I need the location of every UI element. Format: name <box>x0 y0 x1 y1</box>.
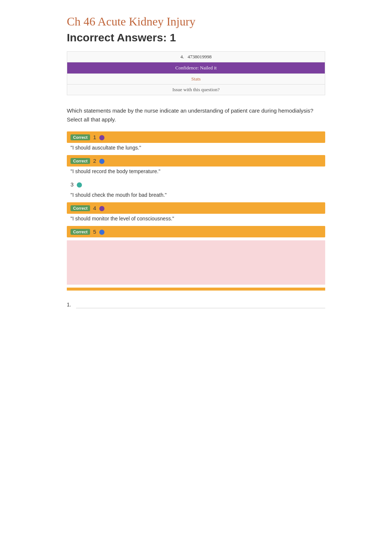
answer-option-2[interactable]: Correct 2 "I should record the body temp… <box>67 155 325 178</box>
option-number-5: 5 <box>93 229 104 235</box>
answer-header-4[interactable]: Correct 4 <box>67 202 325 214</box>
question-number: 4. <box>180 54 184 59</box>
question-id: 4738019998 <box>188 54 212 59</box>
answer-header-1[interactable]: Correct 1 <box>67 131 325 143</box>
answer-text-3: "I should check the mouth for bad breath… <box>67 190 325 202</box>
dot-blue-5 <box>99 230 104 235</box>
answer-header-2[interactable]: Correct 2 <box>67 155 325 167</box>
answer-text-4: "I should monitor the level of conscious… <box>67 214 325 225</box>
page-wrapper: Ch 46 Acute Kidney Injury Incorrect Answ… <box>37 0 355 341</box>
question-number-row: 4. 4738019998 <box>67 52 325 62</box>
answer-option-5[interactable]: Correct 5 <box>67 226 325 237</box>
option-number-4: 4 <box>93 205 104 211</box>
correct-badge-5: Correct <box>71 229 90 235</box>
question-sub-text: Select all that apply. <box>67 116 116 123</box>
answer-option-3[interactable]: 3 "I should check the mouth for bad brea… <box>67 179 325 202</box>
question-text: Which statements made by the nurse indic… <box>67 106 325 124</box>
dot-blue-2 <box>99 159 104 164</box>
answer-option-4[interactable]: Correct 4 "I should monitor the level of… <box>67 202 325 225</box>
answer-header-3[interactable]: 3 <box>67 179 325 190</box>
list-number-1: 1. <box>67 302 76 308</box>
correct-badge-2: Correct <box>71 158 90 164</box>
correct-badge-1: Correct <box>71 134 90 140</box>
dot-purple-1 <box>99 135 104 140</box>
option-number-2: 2 <box>93 158 104 164</box>
issue-link[interactable]: Issue with this question? <box>67 85 325 95</box>
answer-text-1: "I should auscultate the lungs." <box>67 143 325 154</box>
chapter-title: Ch 46 Acute Kidney Injury <box>67 15 325 28</box>
list-content-line-1 <box>76 302 325 308</box>
answers-section: Correct 1 "I should auscultate the lungs… <box>67 131 325 291</box>
answer-header-5[interactable]: Correct 5 <box>67 226 325 237</box>
dot-purple-4 <box>99 206 104 211</box>
option-number-3: 3 <box>71 181 82 188</box>
confidence-row: Confidence: Nailed it <box>67 62 325 73</box>
correct-badge-4: Correct <box>71 205 90 211</box>
answer-option-1[interactable]: Correct 1 "I should auscultate the lungs… <box>67 131 325 154</box>
incorrect-answers-title: Incorrect Answers: 1 <box>67 31 325 44</box>
incorrect-answer-block <box>67 240 325 285</box>
question-main-text: Which statements made by the nurse indic… <box>67 107 313 114</box>
question-meta-box: 4. 4738019998 Confidence: Nailed it Stat… <box>67 51 325 95</box>
answer-text-2: "I should record the body temperature." <box>67 167 325 178</box>
dot-teal-3 <box>77 182 82 188</box>
orange-bottom-bar <box>67 288 325 291</box>
list-item-1: 1. <box>67 302 325 308</box>
stats-link[interactable]: Stats <box>67 73 325 85</box>
option-number-1: 1 <box>93 134 104 140</box>
numbered-list-section: 1. <box>67 302 325 308</box>
